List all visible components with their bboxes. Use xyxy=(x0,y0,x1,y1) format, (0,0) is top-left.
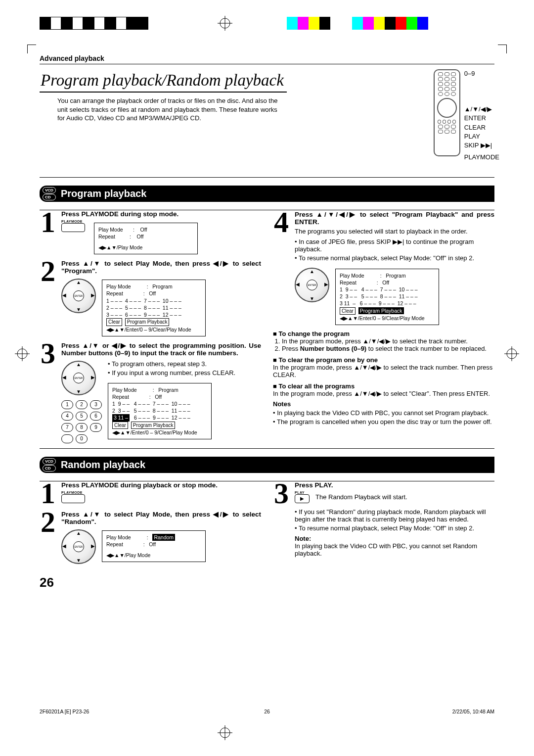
subhead-change: To change the program xyxy=(273,330,494,337)
note-item: In playing back the Video CD with PBC, y… xyxy=(273,409,494,417)
section-header: Advanced playback xyxy=(40,54,494,64)
note-title: Note: xyxy=(295,535,494,542)
step-number-2: 2 xyxy=(40,259,56,336)
dpad-illustration: ENTER ▲▼◀▶ xyxy=(61,279,96,313)
step3-bullet: To program others, repeat step 3. xyxy=(108,360,235,368)
remote-labels: 0–9 ▲/▼/◀/▶ ENTER CLEAR PLAY SKIP ▶▶| PL… xyxy=(464,69,499,162)
osd-step1: Play Mode : Off Repeat : Off ◀▶▲▼/Play M… xyxy=(94,223,198,255)
list-item: Press Number buttons (0–9) to select the… xyxy=(282,345,494,352)
subhead-clear-one: To clear the program one by one xyxy=(273,356,494,364)
rand-step2-title: Press ▲/▼ to select Play Mode, then pres… xyxy=(61,510,261,525)
note-body: In playing back the Video CD with PBC, y… xyxy=(295,542,494,557)
registration-mark-top xyxy=(218,16,232,31)
vcd-badge: VCD xyxy=(43,187,56,193)
playmode-button-icon xyxy=(61,494,85,503)
playmode-button-icon xyxy=(61,223,85,232)
rand-step-3: 3 xyxy=(273,481,290,557)
step3-title: Press ▲/▼ or ◀/▶ to select the programmi… xyxy=(61,341,261,357)
clear-one-text: In the program mode, press ▲/▼/◀/▶ to se… xyxy=(273,364,494,378)
remote-illustration xyxy=(434,69,460,156)
band-title: Program playback xyxy=(61,188,146,199)
step4-bullet: In case of JPEG file, press SKIP ▶▶| to … xyxy=(295,238,494,253)
number-pad-illustration: 123 456 789 0 xyxy=(61,400,102,443)
rand-step3-body: The Random Playback will start. xyxy=(315,493,407,501)
osd-step2: Play Mode : Program Repeat : Off 1 – – –… xyxy=(102,280,206,336)
rand-step-1: 1 xyxy=(40,481,56,505)
page-title: Program playback/Random playback xyxy=(40,70,287,93)
band-title: Random playback xyxy=(61,459,145,471)
osd-step4: Play Mode : Program Repeat : Off 1 9 – –… xyxy=(335,269,439,326)
remote-label: PLAY xyxy=(464,132,499,141)
step2-title: Press ▲/▼ to select Play Mode, then pres… xyxy=(61,259,261,275)
note-item: The program is cancelled when you open t… xyxy=(273,418,494,425)
section-band-random: VCD CD Random playback xyxy=(40,457,494,473)
subhead-clear-all: To clear all the programs xyxy=(273,382,494,390)
registration-mark-left xyxy=(15,346,30,363)
remote-label: PLAYMODE xyxy=(464,153,499,162)
play-label: PLAY xyxy=(295,491,310,494)
cd-badge: CD xyxy=(43,465,56,472)
step4-bullet: To resume normal playback, select Play M… xyxy=(295,254,494,262)
printer-colorbar-left xyxy=(40,17,148,30)
osd-rand-step2: Play Mode : Random Repeat : Off ◀▶▲▼/Pla… xyxy=(102,530,206,563)
step3-bullet: If you input a wrong number, press CLEAR… xyxy=(108,369,235,377)
step4-title: Press ▲/▼/◀/▶ to select "Program Playbac… xyxy=(295,210,494,226)
osd-step3: Play Mode : Program Repeat : Off 1 9 – –… xyxy=(108,383,212,440)
dpad-illustration: ENTER ▲▼◀▶ xyxy=(61,529,96,564)
section-band-program: VCD CD Program playback xyxy=(40,186,494,202)
step-number-4: 4 xyxy=(273,210,290,326)
step-number-1: 1 xyxy=(40,210,56,255)
registration-mark-bottom xyxy=(218,725,232,740)
play-button-icon: ▶ xyxy=(295,494,310,503)
step4-body: The programs you selected will start to … xyxy=(295,228,494,235)
remote-label: ENTER xyxy=(464,114,499,123)
remote-label: SKIP ▶▶| xyxy=(464,141,499,150)
notes-title: Notes xyxy=(273,400,494,408)
vcd-badge: VCD xyxy=(43,458,56,465)
intro-text: You can arrange the playback order of tr… xyxy=(57,96,285,123)
dpad-illustration: ENTER ▲▼◀▶ xyxy=(295,268,329,302)
cd-badge: CD xyxy=(43,194,56,200)
step1-title: Press PLAYMODE during stop mode. xyxy=(61,210,261,218)
remote-label: ▲/▼/◀/▶ xyxy=(464,105,499,114)
footer-right: 2/22/05, 10:48 AM xyxy=(452,709,494,714)
rand-step1-title: Press PLAYMODE during playback or stop m… xyxy=(61,481,261,489)
remote-label: CLEAR xyxy=(464,123,499,132)
list-item: In the program mode, press ▲/▼/◀/▶ to se… xyxy=(282,337,494,345)
page-number: 26 xyxy=(40,575,494,590)
step-number-3: 3 xyxy=(40,341,56,443)
remote-label: 0–9 xyxy=(464,69,499,78)
dpad-illustration: ENTER ▲▼◀▶ xyxy=(61,361,96,395)
rand-bullet: To resume normal playback, select Play M… xyxy=(295,524,494,532)
rand-step3-title: Press PLAY. xyxy=(295,481,494,489)
footer-left: 2F60201A [E] P23-26 xyxy=(40,709,89,714)
registration-mark-right xyxy=(504,346,519,363)
rand-step-2: 2 xyxy=(40,510,56,564)
playmode-label: PLAYMODE xyxy=(61,220,85,223)
printer-colorbar-right xyxy=(287,17,428,30)
playmode-label: PLAYMODE xyxy=(61,491,261,494)
clear-all-text: In the program mode, press ▲/▼/◀/▶ to se… xyxy=(273,390,494,397)
rand-bullet: If you set "Random" during playback mode… xyxy=(295,508,494,523)
footer-mid: 26 xyxy=(264,709,270,714)
